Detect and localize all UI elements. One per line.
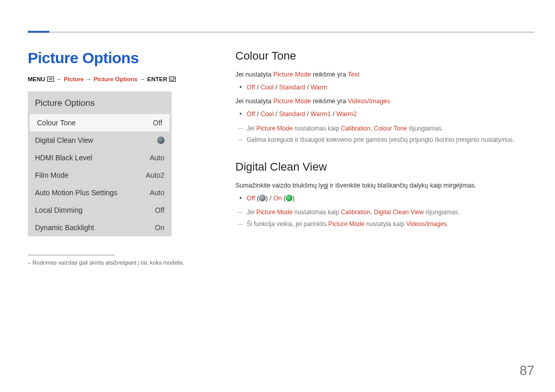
dcv-note-calibration: Jei Picture Mode nustatomas kaip Calibra…	[235, 207, 534, 218]
dcv-intro: Sumažinkite vaizdo triukšmų lygį ir išve…	[235, 180, 534, 192]
setting-value: Off	[153, 119, 162, 127]
setting-value: Off	[155, 206, 164, 214]
colour-tone-note-devices: Galima koreguoti ir išsaugoti kiekvieno …	[235, 134, 534, 146]
setting-row-colour-tone[interactable]: Colour Tone Off	[30, 114, 170, 132]
left-column: Picture Options MENU → Picture → Picture…	[28, 49, 187, 266]
breadcrumb-menu: MENU	[28, 76, 45, 82]
setting-label: Local Dimming	[35, 206, 83, 214]
setting-row-auto-motion-plus[interactable]: Auto Motion Plus Settings Auto	[28, 184, 172, 201]
colour-tone-condition-videos: Jei nustatyta Picture Mode reikšmė yra V…	[235, 96, 534, 107]
setting-label: Dynamic Backlight	[35, 223, 94, 232]
colour-tone-condition-text: Jei nustatyta Picture Mode reikšmė yra T…	[235, 69, 534, 81]
setting-label: HDMI Black Level	[35, 154, 92, 162]
breadcrumb-enter: ENTER	[147, 76, 168, 82]
menu-icon	[47, 77, 54, 82]
list-item: Off / Cool / Standard / Warm1 / Warm2	[247, 108, 534, 121]
arrow-icon: →	[86, 76, 91, 82]
setting-label: Digital Clean View	[35, 136, 93, 144]
setting-value: Auto	[150, 154, 164, 162]
arrow-icon: →	[56, 76, 62, 82]
footnote-rule	[28, 255, 115, 255]
section-heading-dcv: Digital Clean View	[235, 160, 534, 174]
setting-value: Auto2	[145, 171, 164, 179]
section-heading-colour-tone: Colour Tone	[235, 49, 534, 63]
setting-row-digital-clean-view[interactable]: Digital Clean View	[28, 132, 172, 149]
off-swatch-icon	[259, 195, 266, 201]
footnote-text: – Rodomas vaizdas gali skirtis atsižvelg…	[28, 259, 187, 266]
panel-title: Picture Options	[28, 91, 172, 114]
setting-row-film-mode[interactable]: Film Mode Auto2	[28, 166, 172, 184]
setting-row-dynamic-backlight[interactable]: Dynamic Backlight On	[28, 219, 172, 236]
page-content: Picture Options MENU → Picture → Picture…	[28, 49, 534, 266]
breadcrumb-picture-options: Picture Options	[94, 76, 138, 82]
setting-row-local-dimming[interactable]: Local Dimming Off	[28, 201, 172, 219]
setting-label: Colour Tone	[37, 119, 76, 127]
arrow-icon: →	[140, 76, 145, 82]
toggle-indicator-icon	[157, 137, 164, 144]
dcv-options: Off () / On ()	[235, 193, 534, 205]
header-rule	[28, 32, 534, 32]
setting-label: Film Mode	[35, 171, 68, 179]
setting-label: Auto Motion Plus Settings	[35, 189, 117, 197]
settings-panel: Picture Options Colour Tone Off Digital …	[28, 91, 172, 236]
breadcrumb: MENU → Picture → Picture Options → ENTER	[28, 76, 187, 82]
list-item: Off () / On ()	[247, 193, 534, 205]
setting-value: Auto	[150, 189, 164, 197]
on-swatch-icon	[286, 195, 292, 201]
colour-tone-note-calibration: Jei Picture Mode nustatomas kaip Calibra…	[235, 123, 534, 135]
breadcrumb-picture: Picture	[64, 76, 84, 82]
colour-tone-options-videos: Off / Cool / Standard / Warm1 / Warm2	[235, 108, 534, 121]
right-column: Colour Tone Jei nustatyta Picture Mode r…	[235, 49, 534, 266]
setting-row-hdmi-black-level[interactable]: HDMI Black Level Auto	[28, 149, 172, 166]
colour-tone-options-text: Off / Cool / Standard / Warm	[235, 82, 534, 94]
list-item: Off / Cool / Standard / Warm	[247, 82, 534, 94]
page-title: Picture Options	[28, 49, 187, 67]
page-number: 87	[520, 363, 534, 379]
dcv-note-videos: Ši funkcija veikia, jei parinktis Pictur…	[235, 218, 534, 230]
enter-icon	[169, 77, 176, 82]
setting-value: On	[155, 223, 164, 232]
